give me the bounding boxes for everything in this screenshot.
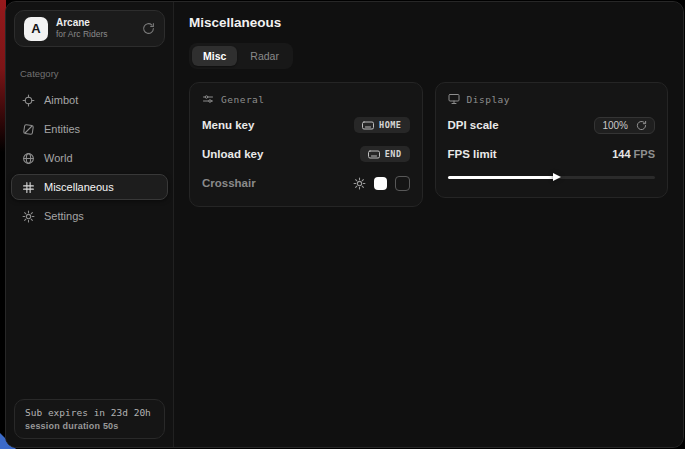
- dpi-scale-row: DPI scale 100%: [448, 116, 656, 134]
- display-card: Display DPI scale 100% FPS limit: [435, 82, 669, 198]
- app-logo: A: [24, 17, 48, 41]
- sidebar-item-world[interactable]: World: [11, 145, 168, 171]
- unload-key-bind-button[interactable]: END: [360, 146, 410, 162]
- unload-key-row: Unload key END: [202, 145, 410, 163]
- crosshair-color-swatch[interactable]: [374, 177, 387, 190]
- display-card-header: Display: [448, 93, 656, 105]
- category-label: Category: [20, 68, 159, 79]
- sidebar-item-entities[interactable]: Entities: [11, 116, 168, 142]
- page-title: Miscellaneous: [189, 15, 668, 30]
- brand-card: A Arcane for Arc Riders: [14, 10, 165, 47]
- display-card-title: Display: [467, 94, 511, 105]
- app-window: A Arcane for Arc Riders Category Aimbot: [5, 1, 684, 448]
- gear-icon: [22, 210, 35, 223]
- fps-unit: FPS: [634, 148, 655, 160]
- sidebar-item-label: Aimbot: [44, 94, 78, 106]
- tab-radar[interactable]: Radar: [239, 46, 290, 66]
- general-card-header: General: [202, 93, 410, 105]
- sidebar-item-miscellaneous[interactable]: Miscellaneous: [11, 174, 168, 200]
- cards-row: General Menu key HOME Unload key: [189, 82, 668, 207]
- tab-misc[interactable]: Misc: [192, 46, 237, 66]
- monitor-icon: [448, 93, 460, 105]
- app-name: Arcane: [56, 17, 108, 30]
- grid-icon: [22, 181, 35, 194]
- session-duration-text: session duration 50s: [25, 421, 154, 431]
- crosshair-row: Crosshair: [202, 174, 410, 192]
- fps-slider-fill: [448, 176, 556, 179]
- crosshair-icon: [22, 94, 35, 107]
- keyboard-icon: [368, 150, 380, 159]
- menu-key-row: Menu key HOME: [202, 116, 410, 134]
- sidebar: A Arcane for Arc Riders Category Aimbot: [6, 2, 174, 447]
- fps-limit-label: FPS limit: [448, 148, 497, 160]
- tab-bar: Misc Radar: [189, 43, 293, 69]
- reset-icon[interactable]: [636, 120, 647, 131]
- sidebar-item-label: Entities: [44, 123, 80, 135]
- fps-limit-slider[interactable]: [448, 172, 656, 183]
- crosshair-controls: [353, 176, 410, 191]
- unload-key-value: END: [385, 149, 402, 159]
- fps-slider-thumb[interactable]: [553, 173, 561, 181]
- sidebar-item-label: World: [44, 152, 73, 164]
- crosshair-label: Crosshair: [202, 177, 256, 189]
- sync-icon[interactable]: [142, 22, 155, 35]
- globe-icon: [22, 152, 35, 165]
- sidebar-item-label: Settings: [44, 210, 84, 222]
- general-card-title: General: [221, 94, 265, 105]
- fps-limit-row: FPS limit 144 FPS: [448, 145, 656, 163]
- entities-icon: [22, 123, 35, 136]
- keyboard-icon: [362, 121, 374, 130]
- sidebar-nav: Aimbot Entities World: [6, 87, 173, 229]
- sidebar-item-aimbot[interactable]: Aimbot: [11, 87, 168, 113]
- sliders-icon: [202, 93, 214, 105]
- menu-key-label: Menu key: [202, 119, 254, 131]
- fps-limit-value: 144 FPS: [612, 148, 655, 160]
- crosshair-checkbox[interactable]: [395, 176, 410, 191]
- fps-number: 144: [612, 148, 630, 160]
- brand-text: Arcane for Arc Riders: [56, 17, 108, 40]
- subscription-card: Sub expires in 23d 20h session duration …: [14, 399, 165, 439]
- dpi-scale-label: DPI scale: [448, 119, 499, 131]
- dpi-scale-value: 100%: [602, 120, 628, 131]
- sub-expires-text: Sub expires in 23d 20h: [25, 407, 154, 418]
- crosshair-settings-gear-icon[interactable]: [353, 177, 366, 190]
- menu-key-value: HOME: [379, 120, 401, 130]
- menu-key-bind-button[interactable]: HOME: [354, 117, 409, 133]
- dpi-scale-control[interactable]: 100%: [594, 117, 655, 134]
- app-subtitle: for Arc Riders: [56, 29, 108, 40]
- general-card: General Menu key HOME Unload key: [189, 82, 423, 207]
- main-panel: Miscellaneous Misc Radar General: [174, 2, 683, 447]
- unload-key-label: Unload key: [202, 148, 263, 160]
- sidebar-item-settings[interactable]: Settings: [11, 203, 168, 229]
- sidebar-item-label: Miscellaneous: [44, 181, 114, 193]
